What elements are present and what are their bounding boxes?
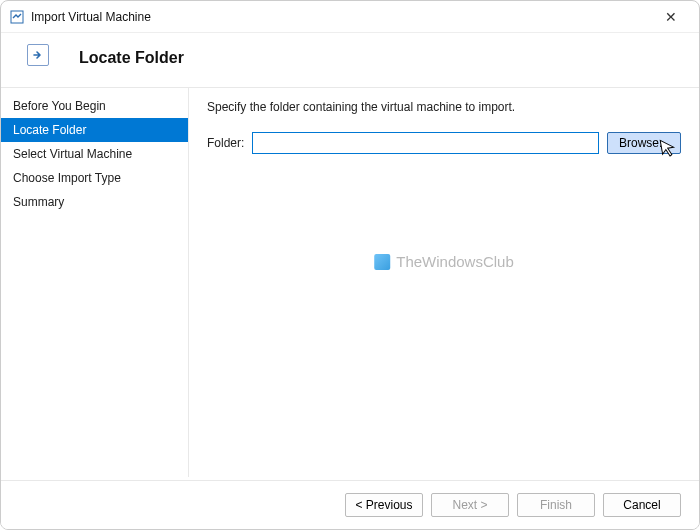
window-title: Import Virtual Machine — [31, 10, 651, 24]
main-panel: Specify the folder containing the virtua… — [189, 88, 699, 477]
folder-row: Folder: Browse... — [207, 132, 681, 154]
titlebar: Import Virtual Machine ✕ — [1, 1, 699, 33]
folder-label: Folder: — [207, 136, 244, 150]
wizard-header: Locate Folder — [1, 33, 699, 87]
close-button[interactable]: ✕ — [651, 1, 691, 33]
wizard-icon — [27, 44, 49, 66]
watermark-text: TheWindowsClub — [396, 253, 514, 270]
browse-button[interactable]: Browse... — [607, 132, 681, 154]
previous-button[interactable]: < Previous — [345, 493, 423, 517]
svg-rect-0 — [11, 11, 23, 23]
page-heading: Locate Folder — [79, 49, 184, 67]
next-button[interactable]: Next > — [431, 493, 509, 517]
app-icon — [9, 9, 25, 25]
folder-input[interactable] — [252, 132, 599, 154]
wizard-step[interactable]: Summary — [1, 190, 188, 214]
wizard-steps-sidebar: Before You BeginLocate FolderSelect Virt… — [1, 88, 189, 477]
wizard-step[interactable]: Select Virtual Machine — [1, 142, 188, 166]
wizard-footer: < Previous Next > Finish Cancel — [1, 480, 699, 529]
watermark: TheWindowsClub — [374, 253, 514, 270]
instruction-text: Specify the folder containing the virtua… — [207, 100, 681, 114]
content-area: Before You BeginLocate FolderSelect Virt… — [1, 87, 699, 477]
finish-button[interactable]: Finish — [517, 493, 595, 517]
wizard-step[interactable]: Choose Import Type — [1, 166, 188, 190]
wizard-step[interactable]: Locate Folder — [1, 118, 188, 142]
wizard-step[interactable]: Before You Begin — [1, 94, 188, 118]
watermark-icon — [374, 254, 390, 270]
cancel-button[interactable]: Cancel — [603, 493, 681, 517]
